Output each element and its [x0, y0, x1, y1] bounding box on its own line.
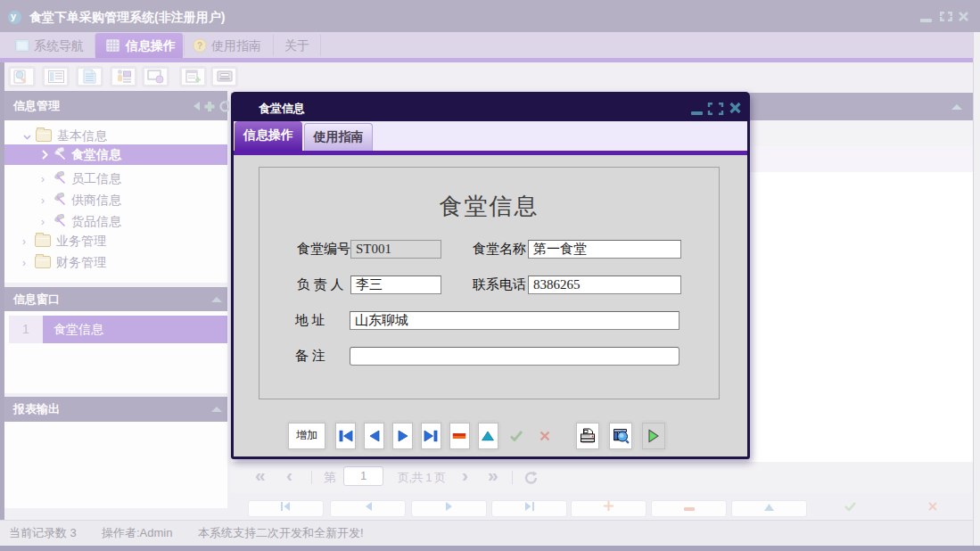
svg-text:?: ?	[197, 41, 202, 51]
